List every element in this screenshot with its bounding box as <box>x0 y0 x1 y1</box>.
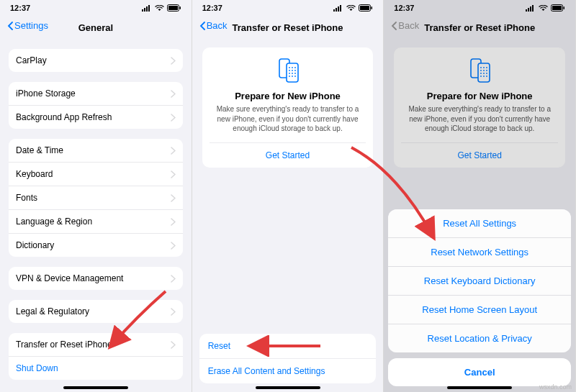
page-title: Transfer or Reset iPhone <box>424 22 535 33</box>
svg-rect-15 <box>287 63 298 82</box>
row-background-app-refresh[interactable]: Background App Refresh <box>9 106 183 129</box>
row-transfer-reset[interactable]: Transfer or Reset iPhone <box>9 333 183 357</box>
chevron-right-icon <box>171 242 176 250</box>
navbar: Back Transfer or Reset iPhone <box>384 16 575 39</box>
card-desc: Make sure everything's ready to transfer… <box>210 104 366 134</box>
chevron-right-icon <box>171 275 176 283</box>
chevron-right-icon <box>171 170 176 178</box>
chevron-right-icon <box>171 114 176 122</box>
reset-button[interactable]: Reset <box>199 334 377 359</box>
group-transfer: Transfer or Reset iPhone Shut Down <box>9 333 183 380</box>
card-title: Prepare for New iPhone <box>210 91 366 101</box>
reset-location-privacy[interactable]: Reset Location & Privacy <box>388 324 571 352</box>
svg-point-18 <box>294 67 296 68</box>
svg-rect-1 <box>144 8 145 12</box>
svg-point-16 <box>289 67 290 68</box>
svg-point-44 <box>483 73 485 74</box>
svg-point-24 <box>294 73 296 74</box>
svg-point-22 <box>289 73 290 74</box>
reset-home-screen-layout[interactable]: Reset Home Screen Layout <box>388 296 571 324</box>
svg-point-42 <box>486 70 487 71</box>
cancel-button[interactable]: Cancel <box>388 358 571 386</box>
card-desc: Make sure everything's ready to transfer… <box>401 104 558 134</box>
row-keyboard[interactable]: Keyboard <box>9 163 183 186</box>
erase-button[interactable]: Erase All Content and Settings <box>199 359 377 383</box>
svg-point-25 <box>289 76 290 77</box>
back-label: Back <box>207 20 228 31</box>
devices-icon <box>465 58 494 83</box>
row-legal[interactable]: Legal & Regulatory <box>9 300 183 323</box>
svg-rect-2 <box>146 6 148 12</box>
group-legal: Legal & Regulatory <box>9 300 183 323</box>
row-dictionary[interactable]: Dictionary <box>9 234 183 257</box>
status-bar: 12:37 <box>192 0 384 16</box>
page-title: Transfer or Reset iPhone <box>233 22 343 33</box>
svg-rect-12 <box>360 6 369 10</box>
reset-action-sheet: Reset All Settings Reset Network Setting… <box>388 209 571 386</box>
get-started-button[interactable]: Get Started <box>210 142 366 168</box>
row-language-region[interactable]: Language & Region <box>9 210 183 234</box>
back-button[interactable]: Settings <box>7 20 48 31</box>
card-title: Prepare for New iPhone <box>401 91 558 101</box>
screen-transfer-reset: 12:37 Back Transfer or Reset iPhone Prep… <box>192 0 384 392</box>
svg-rect-9 <box>338 6 339 12</box>
reset-network-settings[interactable]: Reset Network Settings <box>388 238 571 267</box>
status-bar: 12:37 <box>0 0 192 16</box>
status-time: 12:37 <box>394 4 414 12</box>
status-time: 12:37 <box>10 4 30 12</box>
back-button[interactable]: Back <box>199 20 228 31</box>
screen-general: 12:37 Settings General CarPlay iPhone St… <box>0 0 192 392</box>
reset-keyboard-dictionary[interactable]: Reset Keyboard Dictionary <box>388 267 571 296</box>
svg-point-43 <box>480 73 482 74</box>
watermark: wsxdn.com <box>539 383 572 391</box>
home-indicator[interactable] <box>447 386 512 389</box>
home-indicator[interactable] <box>256 386 320 389</box>
signal-icon <box>526 5 536 12</box>
chevron-back-icon <box>391 22 397 30</box>
chevron-right-icon <box>171 341 176 349</box>
home-indicator[interactable] <box>63 386 128 389</box>
row-fonts[interactable]: Fonts <box>9 186 183 210</box>
screen-reset-sheet: 12:37 Back Transfer or Reset iPhone Prep… <box>384 0 576 392</box>
content: CarPlay iPhone Storage Background App Re… <box>0 39 192 392</box>
prepare-card: Prepare for New iPhone Make sure everyth… <box>394 47 565 168</box>
chevron-right-icon <box>171 57 176 65</box>
row-iphone-storage[interactable]: iPhone Storage <box>9 82 183 106</box>
svg-rect-6 <box>179 6 181 9</box>
navbar: Settings General <box>0 16 192 39</box>
row-vpn[interactable]: VPN & Device Management <box>9 267 183 290</box>
svg-point-41 <box>483 70 485 71</box>
status-indicators <box>526 4 565 12</box>
battery-icon <box>551 4 565 12</box>
chevron-back-icon <box>7 22 13 30</box>
battery-icon <box>359 4 373 12</box>
chevron-right-icon <box>171 90 176 98</box>
svg-point-27 <box>294 76 296 77</box>
row-shutdown[interactable]: Shut Down <box>9 357 183 380</box>
chevron-right-icon <box>171 194 176 202</box>
svg-point-19 <box>289 70 290 71</box>
sheet-options: Reset All Settings Reset Network Setting… <box>388 209 571 352</box>
svg-rect-3 <box>148 5 150 12</box>
svg-point-38 <box>483 67 485 68</box>
svg-rect-8 <box>336 8 337 12</box>
svg-point-23 <box>292 73 293 74</box>
chevron-right-icon <box>171 308 176 316</box>
chevron-right-icon <box>171 218 176 226</box>
chevron-back-icon <box>199 22 205 30</box>
row-carplay[interactable]: CarPlay <box>9 49 183 72</box>
svg-point-37 <box>480 67 482 68</box>
group-vpn: VPN & Device Management <box>9 267 183 290</box>
svg-rect-33 <box>552 6 562 10</box>
svg-point-40 <box>480 70 482 71</box>
svg-rect-10 <box>340 5 341 12</box>
page-title: General <box>78 22 113 33</box>
get-started-button[interactable]: Get Started <box>401 142 558 168</box>
row-date-time[interactable]: Date & Time <box>9 139 183 163</box>
wifi-icon <box>539 5 548 12</box>
svg-point-26 <box>292 76 293 77</box>
devices-icon <box>274 58 302 83</box>
bottom-actions: Reset Erase All Content and Settings <box>199 334 377 383</box>
reset-all-settings[interactable]: Reset All Settings <box>388 209 571 238</box>
svg-rect-36 <box>478 63 490 82</box>
